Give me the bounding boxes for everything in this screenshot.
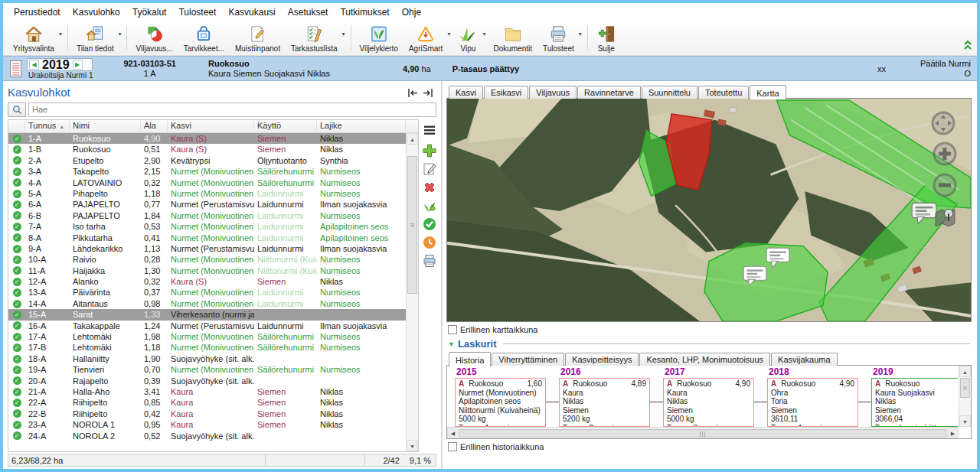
scroll-up-icon[interactable]: ▲ (959, 366, 971, 377)
dropdown-arrow-icon[interactable]: ▾ (342, 31, 345, 37)
laskurit-tab-historia[interactable]: Historia (449, 352, 491, 366)
historia-card[interactable]: ARuokosuo1,60Nurmet (Monivuotinen)Apilap… (455, 378, 546, 427)
dropdown-arrow-icon[interactable]: ▾ (579, 31, 582, 37)
table-row[interactable]: ✓12-AAlanko0,32Kaura (S)SiemenNiklas (8, 276, 406, 287)
historia-card[interactable]: ARuokosuoKaura SuojakasviNiklasSiemen306… (871, 378, 958, 427)
table-row[interactable]: ✓7-AIso tarha0,53Nurmet (Monivuotinen)La… (8, 221, 406, 232)
laskurit-tab-viherrytt-minen[interactable]: Viherryttäminen (492, 353, 564, 366)
vscroll-thumb[interactable]: ≡ (960, 378, 970, 398)
toolbar-button-tarvikkeet[interactable]: Tarvikkeet... (178, 22, 230, 54)
table-row[interactable]: ✓21-AHalla-Aho3,41KauraSiemenNiklas (8, 386, 406, 397)
table-row[interactable]: ✓5-APihapelto1,18Nurmet (Monivuotinen)La… (8, 188, 406, 199)
table-row[interactable]: ✓15-ASarat1,33Viherkesanto (nurmi ja nii… (8, 309, 406, 320)
table-row[interactable]: ✓2-AEtupelto2,90KevätrypsiÖljyntuotantoS… (8, 155, 406, 166)
menu-item-asetukset[interactable]: Asetukset (282, 5, 335, 20)
toolbar-button-yritysvalinta[interactable]: Yritysvalinta▾ (8, 22, 64, 54)
table-row[interactable]: ✓8-APikkutarha0,41Nurmet (Monivuotinen)L… (8, 233, 406, 243)
table-row[interactable]: ✓14-AAitantaus0,98Nurmet (Monivuotinen)L… (8, 298, 406, 309)
add-icon[interactable] (422, 143, 437, 158)
scroll-up-icon[interactable]: ▲ (407, 133, 418, 145)
table-row[interactable]: ✓22-BRiihipelto0,42KauraSiemenNiklas (8, 409, 406, 419)
toolbar-button-viljavuus[interactable]: Viljavuus... (130, 22, 178, 54)
historia-hscrollbar[interactable]: ◀ ||| ▶ (447, 427, 959, 438)
menu-item-kasvukausi[interactable]: Kasvukausi (222, 5, 281, 20)
block-list-icon[interactable] (9, 60, 22, 78)
menu-item-perustiedot[interactable]: Perustiedot (8, 5, 67, 20)
scroll-left-icon[interactable]: ◀ (447, 428, 459, 438)
menu-item-ohje[interactable]: Ohje (396, 5, 427, 20)
map-note-marker[interactable] (743, 265, 767, 287)
list-menu-icon[interactable] (422, 122, 437, 138)
toolbar-button-tulosteet[interactable]: Tulosteet▾ (537, 22, 584, 54)
table-scrollbar[interactable]: ▲ ≡ ▼ (406, 133, 418, 451)
collapse-right-icon[interactable] (422, 87, 433, 97)
column-header-k-ytt[interactable]: Käyttö (254, 120, 317, 132)
collapse-triangle-icon[interactable]: ▼ (448, 340, 455, 348)
dropdown-arrow-icon[interactable]: ▾ (482, 31, 485, 37)
historia-card[interactable]: ARuokosuo4,90OhraToriaSiemen3610,11Tasau… (767, 378, 858, 427)
table-row[interactable]: ✓22-ARiihipelto0,85KauraSiemenNiklas (8, 397, 406, 408)
table-row[interactable]: ✓17-ALehtomäki1,98Nurmet (Monivuotinen)S… (8, 331, 406, 342)
search-input[interactable] (28, 103, 436, 117)
hscroll-thumb[interactable]: ||| (459, 429, 946, 438)
approve-icon[interactable] (422, 216, 437, 232)
search-button[interactable] (8, 103, 26, 117)
historia-card[interactable]: ARuokosuo4,89KauraNiklasSiemen5200 kgTas… (559, 378, 650, 427)
column-header-tunnus[interactable]: Tunnus▲ (25, 120, 70, 132)
column-header-nimi[interactable]: Nimi (70, 120, 141, 132)
next-year-button[interactable]: ▶ (73, 60, 83, 70)
map-window-checkbox[interactable] (448, 325, 457, 334)
scroll-thumb[interactable]: ≡ (407, 156, 417, 294)
toolbar-button-sulje[interactable]: Sulje (591, 22, 622, 54)
table-row[interactable]: ✓10-ARaivio0,28Nurmet (Monivuotinen)Niit… (8, 254, 406, 265)
collapse-left-icon[interactable] (407, 87, 419, 97)
table-row[interactable]: ✓17-BLehtomäki1,18Nurmet (Monivuotinen)S… (8, 342, 406, 353)
table-row[interactable]: ✓23-ANOROLA 10,95KauraSiemenNiklas (8, 419, 406, 430)
tab-toteutettu[interactable]: Toteutettu (698, 86, 749, 99)
historia-vscrollbar[interactable]: ▲ ≡ ▼ (959, 366, 971, 427)
tab-kartta[interactable]: Kartta (750, 85, 786, 99)
table-row[interactable]: ✓20-ARajapelto0,39Suojavyöhyke (sit. alk… (8, 376, 406, 386)
toolbar-button-tilan-tiedot[interactable]: Tilan tiedot▾ (71, 22, 124, 54)
toolbar-button-dokumentit[interactable]: Dokumentit (488, 22, 537, 54)
menu-item-ty-kalut[interactable]: Työkalut (126, 5, 173, 20)
prev-year-button[interactable]: ◀ (29, 60, 39, 70)
laskurit-tab-kasvijakauma[interactable]: Kasvijakauma (771, 353, 837, 366)
table-row[interactable]: ✓1-ARuokosuo4,90Kaura (S)SiemenNiklas (8, 133, 406, 144)
map-view[interactable] (446, 98, 972, 322)
table-row[interactable]: ✓6-BPAJAPELTO1,84Nurmet (Monivuotinen)La… (8, 210, 406, 221)
scroll-down-icon[interactable]: ▼ (407, 440, 418, 451)
tab-suunnittelu[interactable]: Suunnittelu (642, 86, 697, 99)
column-header-lajike[interactable]: Lajike (317, 120, 406, 132)
dropdown-arrow-icon[interactable]: ▾ (59, 31, 62, 37)
tab-esikasvi[interactable]: Esikasvi (484, 86, 528, 99)
laskurit-tab-kesanto-lhp-monimuotoisuus[interactable]: Kesanto, LHP, Monimuotoisuus (639, 353, 770, 366)
menu-item-kasvulohko[interactable]: Kasvulohko (67, 5, 126, 20)
table-row[interactable]: ✓16-ATakakappale1,24Nurmet (Perustamisvu… (8, 321, 406, 331)
toolbar-button-viljelykierto[interactable]: Viljelykierto (354, 22, 403, 54)
history-window-checkbox[interactable] (448, 442, 457, 451)
table-row[interactable]: ✓9-ALähdekarikko1,13Nurmet (Perustamisvu… (8, 243, 406, 254)
zoom-out-icon[interactable] (932, 172, 958, 198)
map-location-icon[interactable] (933, 205, 957, 229)
historia-card[interactable]: ARuokosuo4,90KauraNiklasSiemen5000 kgTas… (663, 378, 754, 427)
copy-plant-icon[interactable] (422, 198, 437, 213)
menu-item-tulosteet[interactable]: Tulosteet (172, 5, 222, 20)
zoom-in-icon[interactable] (932, 141, 958, 167)
table-row[interactable]: ✓24-ANOROLA 20,52Suojavyöhyke (sit. alk.… (8, 431, 406, 441)
table-row[interactable]: ✓18-AHallaniitty1,90Suojavyöhyke (sit. a… (8, 353, 406, 364)
toolbar-button-agrismart[interactable]: AgriSmart▾ (403, 22, 452, 54)
table-row[interactable]: ✓6-APAJAPELTO0,77Nurmet (Perustamisvuosi… (8, 199, 406, 210)
toolbar-button-muistiinpanot[interactable]: Muistiinpanot (230, 22, 286, 54)
pan-icon[interactable] (930, 110, 956, 136)
table-row[interactable]: ✓19-ATienvieri0,70Nurmet (Monivuotinen)S… (8, 364, 406, 375)
edit-icon[interactable] (422, 161, 437, 177)
tab-ravinnetarve[interactable]: Ravinnetarve (577, 86, 641, 99)
table-row[interactable]: ✓1-BRuokosuo0,51Kaura (S)SiemenNiklas (8, 144, 406, 155)
scroll-right-icon[interactable]: ▶ (947, 428, 959, 438)
table-row[interactable]: ✓3-ATakapelto2,15Nurmet (Monivuotinen)Sä… (8, 166, 406, 177)
column-header-ala[interactable]: Ala (141, 120, 168, 132)
table-row[interactable]: ✓13-APäivärinta0,37Nurmet (Monivuotinen)… (8, 287, 406, 298)
print-icon[interactable] (422, 253, 437, 269)
menu-item-tutkimukset[interactable]: Tutkimukset (334, 5, 395, 20)
